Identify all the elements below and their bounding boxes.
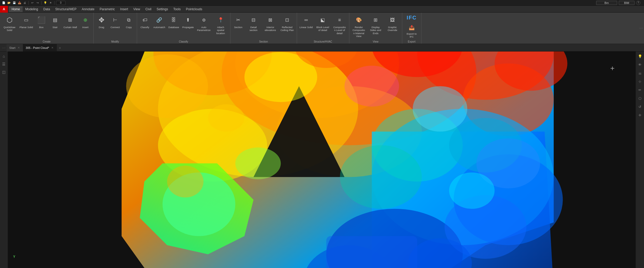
database-button[interactable]: 🗄 Database [167, 14, 180, 29]
menu-insert[interactable]: Insert [118, 6, 131, 12]
detail-section-icon: ⊟ [248, 15, 259, 25]
connect-label: Connect [110, 26, 120, 29]
stair-button[interactable]: ▤ Stair [49, 14, 61, 29]
reflected-ceiling-button[interactable]: ⊡ Reflected Ceiling Plan [279, 14, 295, 32]
right-lightbulb-icon[interactable]: 💡 [637, 53, 643, 59]
sidebar-properties-icon[interactable]: ◫ [1, 69, 7, 75]
render-composition-label: Render Composition Material View [352, 26, 366, 38]
graphic-override-button[interactable]: 🖼 Graphic Override [385, 14, 400, 32]
right-crosshair-icon[interactable]: ✛ [637, 112, 643, 118]
redo-icon[interactable]: ↪ [36, 1, 40, 5]
tab-start[interactable]: Start ✕ [7, 44, 23, 51]
right-cube-icon[interactable]: ⬡ [637, 95, 643, 101]
classify-group-label: Classify [179, 40, 188, 43]
display-sides-icon: ⊞ [370, 15, 381, 25]
composition-level-icon: ≡ [334, 15, 345, 25]
undo-icon[interactable]: ↩ [30, 1, 34, 5]
box-label: Box [39, 26, 43, 29]
menu-tools[interactable]: Tools [171, 6, 183, 12]
sun-icon[interactable]: ☀ [48, 1, 53, 5]
right-sliders-icon[interactable]: ⚌ [637, 70, 643, 76]
bulb-icon[interactable]: 💡 [43, 1, 47, 5]
box-button[interactable]: ⬛ Box [35, 14, 48, 29]
right-eye-icon[interactable]: 👁 [637, 61, 643, 68]
auto-parametrize-button[interactable]: ⚙ Auto Parametrize [196, 14, 212, 32]
right-refresh-icon[interactable]: ↺ [637, 104, 643, 110]
export-ifc-button[interactable]: 📤 Export to IFC [404, 22, 420, 39]
sep1 [28, 1, 29, 5]
tab-point-cloud-label: 305 - Point Cloud* [26, 46, 49, 49]
save-as-icon[interactable]: 📥 [17, 1, 22, 5]
plot-icon[interactable]: 🖨 [23, 1, 27, 5]
block-level-button[interactable]: ⬕ Block Level of detail [315, 14, 331, 32]
new-file-icon[interactable]: 📄 [2, 1, 6, 5]
ribbon: ⬡ Quickdraw Solid ▭ Planar Solid ⬛ Box ▤… [0, 13, 644, 44]
render-composition-button[interactable]: 🎨 Render Composition Material View [351, 14, 367, 38]
tab-point-cloud-close[interactable]: ✕ [51, 46, 54, 49]
tabs-overflow[interactable]: ···· [1, 46, 7, 50]
menu-pointclouds[interactable]: Pointclouds [183, 6, 205, 12]
right-ruler-icon[interactable]: ⊹ [637, 78, 643, 85]
menu-civil[interactable]: Civil [143, 6, 154, 12]
ribbon-group-classify: 🏷 Classify 🔗 Automatch 🗄 Database ⬆ Prop… [137, 13, 230, 44]
display-sides-button[interactable]: ⊞ Display Sides and Ends [368, 14, 384, 35]
interior-elevations-button[interactable]: ⊠ Interior elevations [263, 14, 278, 32]
create-group-label: Create [43, 40, 51, 43]
insert-label: Insert [82, 26, 89, 29]
tab-start-close[interactable]: ✕ [17, 46, 20, 49]
sidebar-home-icon[interactable]: ⌂ [1, 53, 7, 59]
connect-button[interactable]: ⊢ Connect [109, 14, 122, 29]
workspace-label[interactable]: Bm [596, 1, 617, 5]
attach-spatial-icon: 📍 [215, 15, 226, 25]
attach-spatial-button[interactable]: 📍 Attach spatial location [213, 14, 229, 35]
propagate-button[interactable]: ⬆ Propagate [181, 14, 195, 29]
propagate-icon: ⬆ [183, 15, 193, 25]
section-label: Section [234, 26, 243, 29]
linear-solid-button[interactable]: ═ Linear Solid [299, 14, 314, 29]
detail-section-label: Detail section [247, 26, 260, 32]
display-sides-label: Display Sides and Ends [369, 26, 383, 35]
curtain-wall-button[interactable]: ⊞ Curtain Wall [62, 14, 78, 29]
menu-home[interactable]: Home [9, 6, 23, 12]
composition-level-button[interactable]: ≡ Composition Level of detail [332, 14, 348, 35]
interior-elevations-label: Interior elevations [264, 26, 277, 32]
composition-level-label: Composition Level of detail [333, 26, 346, 35]
quickdraw-button[interactable]: ⬡ Quickdraw Solid [2, 14, 17, 32]
menu-data[interactable]: Data [41, 6, 53, 12]
insert-button[interactable]: ⊕ Insert [79, 14, 92, 29]
insert-icon: ⊕ [80, 15, 91, 25]
app-logo: A [0, 6, 8, 13]
sidebar-layers-icon[interactable]: ☰ [1, 61, 7, 67]
menu-view[interactable]: View [131, 6, 143, 12]
curtain-wall-icon: ⊞ [65, 15, 76, 25]
copy-button[interactable]: ⧉ Copy [123, 14, 135, 29]
open-file-icon[interactable]: 📂 [7, 1, 11, 5]
menu-settings[interactable]: Settings [154, 6, 170, 12]
viewport[interactable]: Y + [8, 51, 636, 268]
menu-structural-mep[interactable]: Structural/MEP [53, 6, 79, 12]
section-button[interactable]: ✂ Section [232, 14, 245, 29]
quickdraw-label: Quickdraw Solid [3, 26, 16, 32]
ribbon-group-modify: ✥ Drag ⊢ Connect ⧉ Copy Modify [94, 13, 137, 44]
tab-add-button[interactable]: + [57, 46, 63, 50]
copy-label: Copy [126, 26, 132, 29]
counter-input[interactable]: 0 [56, 1, 66, 5]
automatch-button[interactable]: 🔗 Automatch [152, 14, 166, 29]
top-toolbar: 📄 📂 💾 📥 🖨 ↩ ↪ 💡 ☀ 0 Bm BIM ? [0, 0, 644, 6]
menu-annotate[interactable]: Annotate [79, 6, 97, 12]
detail-section-button[interactable]: ⊟ Detail section [246, 14, 261, 32]
ribbon-more-icon[interactable]: ⋯ [639, 26, 643, 30]
planar-solid-button[interactable]: ▭ Planar Solid [18, 14, 34, 29]
drag-button[interactable]: ✥ Drag [95, 14, 108, 29]
section-group-label: Section [259, 40, 268, 43]
tab-point-cloud[interactable]: 305 - Point Cloud* ✕ [23, 44, 57, 51]
right-pencil-icon[interactable]: ✏ [637, 87, 643, 93]
classify-button[interactable]: 🏷 Classify [139, 14, 151, 29]
planar-solid-icon: ▭ [21, 15, 32, 25]
menu-parametric[interactable]: Parametric [97, 6, 118, 12]
menu-modeling[interactable]: Modeling [23, 6, 41, 12]
save-icon[interactable]: 💾 [12, 1, 16, 5]
workspace-mode[interactable]: BIM [619, 1, 635, 5]
help-icon[interactable]: ? [636, 1, 640, 5]
ifc-label: IFC [407, 14, 417, 22]
